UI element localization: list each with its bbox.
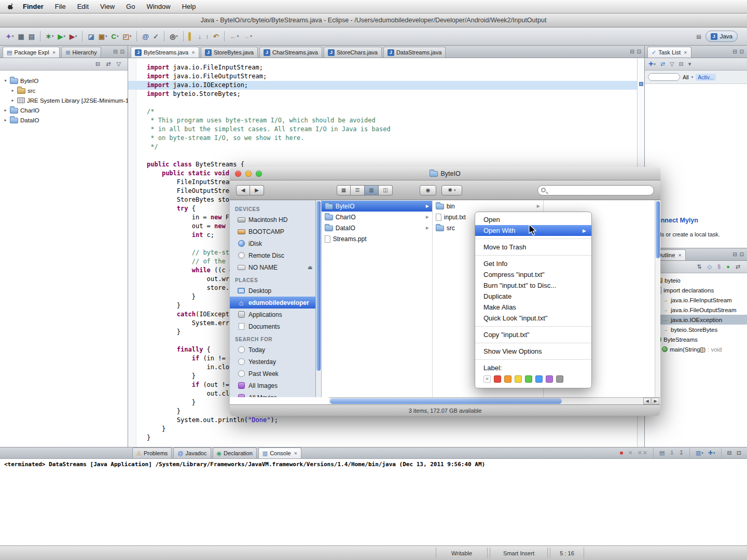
menu-item-burn-input-txt-to-disc[interactable]: Burn "input.txt" to Disc... — [475, 280, 591, 291]
sidebar-item-idisk[interactable]: iDisk — [230, 237, 315, 249]
open-console-caret[interactable]: ▾ — [713, 451, 715, 455]
sidebar-item-edumobiledeveloper[interactable]: edumobiledeveloper — [230, 297, 315, 309]
menu-file[interactable]: File — [49, 3, 72, 10]
menu-item-get-info[interactable]: Get Info — [475, 258, 591, 269]
sidebar-item-today[interactable]: Today — [230, 344, 315, 356]
label-color-swatch-7[interactable] — [556, 375, 563, 383]
project-item-byteio[interactable]: ▾ByteIO — [0, 76, 128, 86]
java-perspective-button[interactable]: J Java — [706, 31, 738, 42]
forward-button[interactable]: ▶ — [250, 185, 264, 195]
menu-help[interactable]: Help — [176, 3, 202, 10]
sidebar-item-all-images[interactable]: All Images — [230, 380, 315, 391]
menu-item-label[interactable]: Label: — [475, 362, 591, 373]
minimize-editor-icon[interactable]: ⊟ — [630, 49, 634, 54]
working-set-caret-icon[interactable]: ▾ — [691, 75, 694, 79]
tab-problems[interactable]: ⚠Problems — [132, 447, 172, 458]
label-color-swatch-5[interactable] — [535, 375, 543, 383]
tab-javadoc[interactable]: @Javadoc — [173, 447, 211, 458]
label-color-swatch-3[interactable] — [515, 375, 522, 383]
scrollbar-thumb[interactable] — [330, 398, 562, 404]
clear-console-button[interactable]: ▤ — [658, 449, 666, 458]
file-item-chario[interactable]: CharIO▶ — [322, 212, 432, 222]
new-wizard-button[interactable]: ✦▾ — [4, 31, 15, 42]
menu-item-compress-input-txt[interactable]: Compress "input.txt" — [475, 269, 591, 280]
filter-tasks-button[interactable]: ▽ — [668, 60, 675, 69]
zoom-window-button[interactable] — [256, 171, 262, 177]
label-color-swatch-2[interactable] — [504, 375, 511, 383]
activate-task-link[interactable]: Activ... — [696, 74, 716, 81]
back-button[interactable]: ◀ — [236, 185, 250, 195]
editor-tab-bytestreams-java[interactable]: JByteStreams.java✕ — [131, 47, 199, 58]
search-button[interactable]: ◎▾ — [168, 31, 179, 42]
file-item-streams-ppt[interactable]: Streams.ppt — [322, 233, 432, 244]
new-class-dropdown-caret[interactable]: ▾ — [117, 34, 119, 38]
sort-button[interactable]: ⇅ — [695, 262, 703, 272]
project-item-dataio[interactable]: ▸DataIO — [0, 115, 128, 125]
menu-item-move-to-trash[interactable]: Move to Trash — [475, 242, 591, 253]
scroll-left-button[interactable]: ◀ — [643, 398, 651, 404]
previous-annotation-button[interactable]: ↑ — [204, 31, 211, 42]
task-view-menu-button[interactable]: ▾ — [687, 60, 693, 69]
project-item-src[interactable]: ▸src — [0, 86, 128, 95]
new-java-project-button[interactable]: ◪ — [86, 31, 95, 42]
search-dropdown-caret[interactable]: ▾ — [176, 34, 178, 38]
maximize-editor-icon[interactable]: ⊡ — [637, 49, 641, 54]
menu-view[interactable]: View — [94, 3, 120, 10]
close-tab-icon[interactable]: ✕ — [52, 50, 56, 55]
minimize-view-icon[interactable]: ⊟ — [113, 49, 117, 54]
remove-launch-button[interactable]: ✕ — [626, 449, 634, 458]
jar-export-button[interactable]: ◰▾ — [121, 31, 133, 42]
label-color-swatch-1[interactable] — [494, 375, 501, 383]
coverage-dropdown-caret[interactable]: ▾ — [75, 34, 77, 38]
sidebar-item-desktop[interactable]: Desktop — [230, 285, 315, 297]
menu-go[interactable]: Go — [120, 3, 141, 10]
sidebar-item-past-week[interactable]: Past Week — [230, 368, 315, 380]
new-class-button[interactable]: C▾ — [110, 31, 120, 42]
label-color-swatch-4[interactable] — [525, 375, 532, 383]
sidebar-item-bootcamp[interactable]: BOOTCAMP — [230, 226, 315, 237]
expander-icon[interactable]: ▸ — [10, 98, 15, 103]
columns-horizontal-scrollbar[interactable]: ◀ ▶ — [329, 397, 660, 404]
coverage-button[interactable]: ▶▾ — [68, 31, 79, 42]
quick-look-button[interactable]: ◉ — [420, 185, 436, 195]
sidebar-item-no-name[interactable]: NO NAME⏏ — [230, 261, 315, 273]
remove-all-launches-button[interactable]: ✕✕ — [636, 449, 649, 458]
minimize-view-icon[interactable]: ⊟ — [732, 49, 737, 54]
display-selected-console-caret[interactable]: ▾ — [701, 451, 703, 455]
terminate-button[interactable]: ■ — [618, 449, 625, 458]
expander-icon[interactable]: ▸ — [3, 118, 8, 122]
new-task-caret[interactable]: ▾ — [654, 62, 656, 66]
print-button[interactable]: ▤ — [27, 31, 36, 42]
file-item-dataio[interactable]: DataIO▶ — [322, 222, 432, 233]
menu-finder[interactable]: Finder — [17, 3, 49, 10]
hide-static-members-button[interactable]: § — [716, 262, 722, 272]
scrollbar-thumb[interactable] — [316, 201, 320, 371]
sidebar-item-all-movies[interactable]: All Movies — [230, 391, 315, 397]
apple-menu-icon[interactable] — [7, 3, 14, 10]
close-tab-icon[interactable]: ✕ — [684, 50, 687, 55]
view-menu-button[interactable]: ▽ — [115, 60, 122, 69]
editor-tab-charstreams-java[interactable]: JCharStreams.java — [259, 47, 322, 58]
scroll-right-button[interactable]: ▶ — [652, 398, 659, 404]
jar-export-dropdown-caret[interactable]: ▾ — [130, 34, 132, 38]
perspective-switcher-icon[interactable]: ▤ — [696, 34, 701, 39]
close-window-button[interactable] — [235, 171, 241, 177]
label-none-swatch[interactable]: ✕ — [483, 375, 491, 383]
back-dropdown-caret[interactable]: ▾ — [237, 34, 239, 38]
menu-edit[interactable]: Edit — [72, 3, 94, 10]
menu-item-copy-input-txt[interactable]: Copy "input.txt" — [475, 329, 591, 340]
link-with-editor-button[interactable]: ⇄ — [734, 262, 742, 272]
menu-item-open[interactable]: Open — [475, 214, 591, 225]
pin-console-button[interactable]: ↧ — [677, 449, 685, 458]
columns-vertical-scrollbar[interactable] — [655, 200, 660, 397]
new-package-dropdown-caret[interactable]: ▾ — [105, 34, 107, 38]
column-view-button[interactable]: ▥ — [365, 185, 379, 195]
find-tasks-input[interactable] — [648, 73, 680, 81]
file-item-byteio[interactable]: ByteIO▶ — [322, 201, 432, 212]
mark-occurrences-button[interactable]: ▍ — [187, 31, 196, 42]
console-output-area[interactable] — [0, 470, 747, 532]
eject-icon[interactable]: ⏏ — [308, 264, 312, 270]
hide-non-public-button[interactable]: ● — [725, 262, 731, 272]
tab-hierarchy[interactable]: ⊞Hierarchy — [61, 47, 101, 58]
javadoc-button[interactable]: @ — [141, 31, 150, 42]
